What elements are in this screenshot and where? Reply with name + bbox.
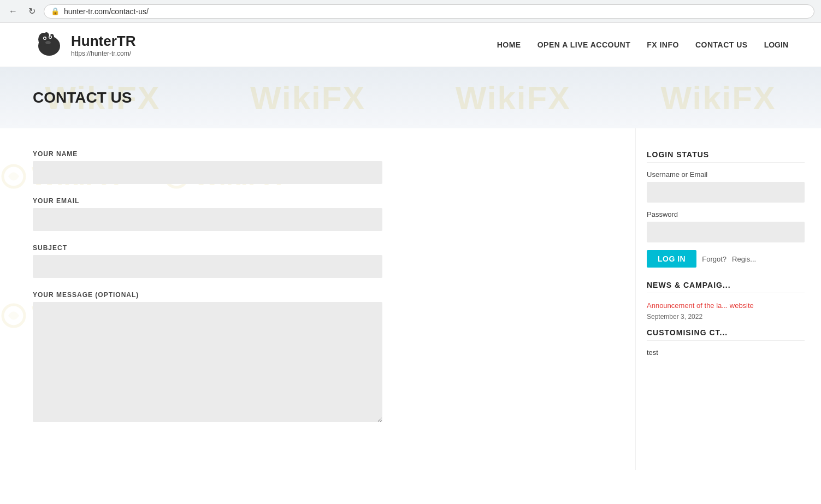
sidebar-actions: LOG IN Forgot? Regis...	[647, 250, 805, 268]
name-input[interactable]	[33, 161, 382, 184]
name-label: YOUR NAME	[33, 150, 603, 158]
site-header: HunterTR https://hunter-tr.com/ HOME OPE…	[0, 23, 821, 67]
password-label: Password	[647, 210, 805, 218]
logo-text: HunterTR https://hunter-tr.com/	[71, 33, 135, 57]
forgot-link[interactable]: Forgot?	[702, 255, 727, 263]
subject-label: SUBJECT	[33, 244, 603, 252]
message-textarea[interactable]	[33, 302, 382, 422]
svg-point-6	[44, 38, 46, 39]
login-status-section: LOGIN STATUS Username or Email Password …	[647, 150, 805, 268]
password-input[interactable]	[647, 222, 805, 242]
reload-button[interactable]: ↻	[25, 5, 38, 18]
news-section: NEWS & CAMPAIG... Announcement of the la…	[647, 281, 805, 321]
message-label: YOUR MESSAGE (OPTIONAL)	[33, 291, 603, 299]
login-status-title: LOGIN STATUS	[647, 150, 805, 163]
nav-fx-info[interactable]: FX INFO	[647, 40, 679, 49]
svg-point-7	[50, 37, 51, 38]
security-icon: 🔒	[51, 7, 60, 15]
main-nav: HOME OPEN A LIVE ACCOUNT FX INFO CONTACT…	[497, 40, 788, 49]
back-button[interactable]: ←	[7, 5, 20, 18]
email-label: YOUR EMAIL	[33, 197, 603, 205]
logo-area[interactable]: HunterTR https://hunter-tr.com/	[33, 28, 135, 61]
register-link[interactable]: Regis...	[732, 255, 756, 263]
logo-subtitle: https://hunter-tr.com/	[71, 50, 135, 57]
username-label: Username or Email	[647, 170, 805, 179]
customising-link[interactable]: test	[647, 348, 805, 357]
logo-title: HunterTR	[71, 33, 135, 50]
message-form-group: YOUR MESSAGE (OPTIONAL)	[33, 291, 603, 424]
login-button[interactable]: LOG IN	[647, 250, 696, 268]
nav-login[interactable]: LOGIN	[764, 40, 788, 49]
name-form-group: YOUR NAME	[33, 150, 603, 184]
address-bar[interactable]: 🔒 hunter-tr.com/contact-us/	[44, 4, 814, 19]
customising-title: CUSTOMISING CT...	[647, 328, 805, 341]
nav-home[interactable]: HOME	[497, 40, 521, 49]
customising-section: CUSTOMISING CT... test	[647, 328, 805, 357]
contact-form-column: YOUR NAME YOUR EMAIL SUBJECT YOUR MESSAG…	[0, 128, 635, 470]
main-content: WikiFX WikiFX WikiFX	[0, 128, 821, 470]
news-link[interactable]: Announcement of the la... website	[647, 301, 805, 311]
nav-open-account[interactable]: OPEN A LIVE ACCOUNT	[538, 40, 631, 49]
browser-bar: ← ↻ 🔒 hunter-tr.com/contact-us/	[0, 0, 821, 23]
sidebar: LOGIN STATUS Username or Email Password …	[635, 128, 821, 470]
url-text: hunter-tr.com/contact-us/	[64, 7, 149, 16]
username-input[interactable]	[647, 182, 805, 203]
logo-icon	[33, 28, 66, 61]
news-title: NEWS & CAMPAIG...	[647, 281, 805, 293]
subject-form-group: SUBJECT	[33, 244, 603, 278]
subject-input[interactable]	[33, 255, 382, 278]
nav-contact-us[interactable]: CONTACT US	[695, 40, 748, 49]
page-title-area: WikiFX WikiFX WikiFX WikiFX CONTACT US	[0, 67, 821, 128]
page-title: CONTACT US	[33, 89, 788, 106]
email-input[interactable]	[33, 208, 382, 231]
news-date: September 3, 2022	[647, 313, 805, 321]
email-form-group: YOUR EMAIL	[33, 197, 603, 231]
svg-point-8	[45, 41, 51, 44]
